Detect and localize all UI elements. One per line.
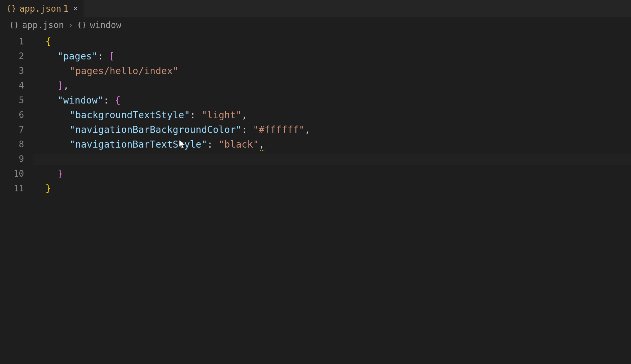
json-file-icon (9, 20, 19, 30)
line-number: 10 (0, 169, 33, 179)
breadcrumb-file[interactable]: app.json (22, 20, 64, 30)
trailing-comma-warning: , (259, 139, 264, 150)
code-line: 11 } (0, 181, 631, 196)
breadcrumb: app.json › window (0, 17, 631, 33)
code-content[interactable]: "window": { (33, 95, 121, 106)
code-line: 2 "pages": [ (0, 49, 631, 63)
tab-modified-badge: 1 (63, 4, 69, 14)
code-content[interactable]: "navigationBarBackgroundColor": "#ffffff… (33, 124, 310, 135)
code-line: 9 (0, 152, 631, 166)
code-content[interactable]: { (33, 36, 51, 47)
breadcrumb-node[interactable]: window (90, 20, 121, 30)
code-line: 4 ], (0, 78, 631, 93)
line-number: 9 (0, 154, 33, 164)
code-content[interactable]: "navigationBarTextStyle": "black", (33, 139, 264, 150)
code-content[interactable]: "pages/hello/index" (33, 65, 178, 76)
code-line: 5 "window": { (0, 93, 631, 108)
code-line: 7 "navigationBarBackgroundColor": "#ffff… (0, 122, 631, 137)
line-number: 7 (0, 125, 33, 135)
line-number: 11 (0, 183, 33, 193)
tab-bar: app.json 1 × (0, 0, 631, 17)
code-line: 8 "navigationBarTextStyle": "black", (0, 137, 631, 152)
line-number: 3 (0, 66, 33, 76)
json-file-icon (7, 4, 16, 13)
close-icon[interactable]: × (73, 4, 78, 13)
tab-filename: app.json (19, 4, 61, 14)
code-line: 6 "backgroundTextStyle": "light", (0, 108, 631, 122)
code-line: 1 { (0, 34, 631, 49)
line-number: 5 (0, 95, 33, 105)
code-content[interactable]: } (33, 168, 63, 179)
code-line: 10 } (0, 166, 631, 181)
line-number: 1 (0, 36, 33, 46)
code-content[interactable]: "pages": [ (33, 51, 115, 62)
code-content[interactable] (33, 154, 631, 165)
line-number: 6 (0, 110, 33, 120)
code-line: 3 "pages/hello/index" (0, 63, 631, 78)
code-content[interactable]: ], (33, 80, 69, 91)
line-number: 8 (0, 139, 33, 149)
breadcrumb-separator: › (68, 20, 73, 30)
tab-app-json[interactable]: app.json 1 × (0, 0, 84, 17)
code-content[interactable]: "backgroundTextStyle": "light", (33, 110, 247, 121)
code-editor[interactable]: 1 { 2 "pages": [ 3 "pages/hello/index" 4… (0, 33, 631, 196)
line-number: 4 (0, 80, 33, 90)
line-number: 2 (0, 51, 33, 61)
code-content[interactable]: } (33, 183, 51, 194)
json-object-icon (77, 20, 87, 30)
